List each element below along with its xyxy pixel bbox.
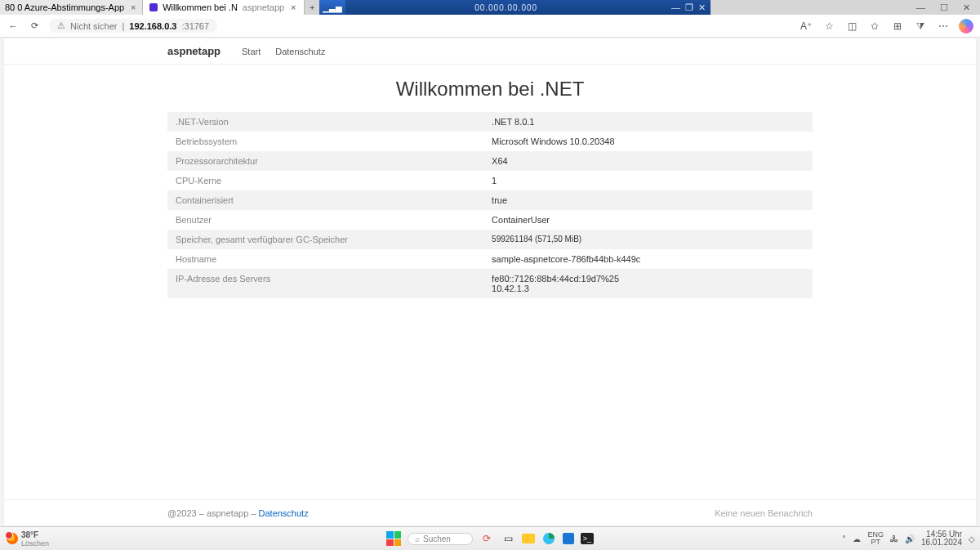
warning-icon: ⚠ (57, 20, 65, 31)
favorites-bar-icon[interactable]: ✩ (867, 20, 882, 32)
table-row: BenutzerContainerUser (167, 210, 813, 230)
remote-session-indicator: ▁▃▅ (319, 0, 345, 15)
remote-minimize-icon[interactable]: — (671, 2, 680, 12)
address-bar[interactable]: ⚠ Nicht sicher | 192.168.0.3:31767 (49, 19, 217, 33)
main-content: Willkommen bei .NET .NET-Version.NET 8.0… (4, 65, 976, 525)
row-key: Benutzer (167, 210, 483, 230)
browser-toolbar: ← ⟳ ⚠ Nicht sicher | 192.168.0.3:31767 A… (0, 15, 980, 38)
host-window-controls: — ☐ ✕ (710, 2, 980, 13)
footer-left: @2023 – aspnetapp – Datenschutz (167, 508, 309, 518)
address-separator: | (122, 21, 124, 31)
collections-icon[interactable]: ⊞ (890, 20, 905, 32)
remote-restore-icon[interactable]: ❐ (685, 2, 693, 13)
nav-link-start[interactable]: Start (242, 47, 261, 56)
back-button[interactable]: ← (7, 21, 20, 31)
edge-icon[interactable] (541, 531, 556, 546)
copilot-icon[interactable] (959, 19, 973, 34)
new-tab-button[interactable]: + (305, 2, 319, 12)
tray-volume-icon[interactable]: 🔊 (905, 534, 915, 543)
row-value: true (483, 190, 813, 210)
dotnet-favicon-icon (149, 3, 158, 11)
tray-onedrive-icon[interactable]: ☁ (853, 534, 861, 543)
row-key: CPU-Kerne (167, 171, 483, 190)
footer-sep: – (251, 508, 258, 518)
remote-window-controls: — ❐ ✕ (666, 0, 710, 15)
table-row: Hostnamesample-aspnetcore-786fb44bb-k449… (167, 249, 813, 269)
table-row: Containerisierttrue (167, 190, 813, 210)
row-value: ContainerUser (483, 210, 813, 230)
lang-2: PT (867, 539, 884, 546)
search-placeholder: Suchen (423, 534, 451, 543)
signal-icon: ▁▃▅ (323, 3, 342, 12)
start-button[interactable] (386, 531, 401, 546)
url-port: :31767 (181, 21, 209, 31)
table-row: IP-Adresse des Serversfe80::7126:88b4:44… (167, 269, 813, 298)
refresh-button[interactable]: ⟳ (28, 20, 41, 31)
favorite-icon[interactable]: ☆ (822, 20, 836, 32)
taskbar-clock[interactable]: 14:56 Uhr 16.01.2024 (921, 530, 962, 547)
taskbar-weather[interactable]: 38°F Löschen (0, 530, 56, 548)
weather-sub: Löschen (21, 539, 49, 548)
more-icon[interactable]: ⋯ (936, 20, 951, 32)
tab-2-close-icon[interactable]: × (289, 2, 297, 12)
task-view-icon[interactable]: ▭ (501, 531, 515, 546)
info-table: .NET-Version.NET 8.0.1BetriebssystemMicr… (167, 112, 813, 298)
tab-1-title: 80 0 Azure-Abstimmungs-App (5, 2, 124, 12)
row-key: Prozessorarchitektur (167, 151, 483, 171)
row-key: Speicher, gesamt verfügbarer GC-Speicher (167, 230, 483, 249)
remote-session-title: 00.000.00.000 (345, 0, 666, 15)
page-title: Willkommen bei .NET (167, 78, 813, 101)
insecure-label: Nicht sicher (70, 21, 117, 31)
host-maximize-icon[interactable]: ☐ (940, 2, 948, 13)
remote-close-icon[interactable]: ✕ (698, 2, 706, 13)
remote-ip: 00.000.00.000 (474, 3, 537, 12)
row-value: fe80::7126:88b4:44cd:19d7%2510.42.1.3 (483, 269, 813, 298)
host-close-icon[interactable]: ✕ (963, 2, 970, 13)
taskbar-search[interactable]: ⌕ Suchen (408, 533, 473, 545)
footer-right: Keine neuen Benachrich (715, 508, 813, 518)
site-navbar: aspnetapp Start Datenschutz (4, 38, 976, 65)
tab-1-close-icon[interactable]: × (129, 2, 137, 12)
row-key: Hostname (167, 249, 483, 269)
taskbar-app-1[interactable]: ⟳ (479, 531, 494, 546)
windows-taskbar: 38°F Löschen ⌕ Suchen ⟳ ▭ >_ ˄ ☁ ENG PT … (0, 526, 980, 550)
copyright: @2023 – (167, 508, 207, 518)
system-tray: ˄ ☁ ENG PT 🖧 🔊 14:56 Uhr 16.01.2024 ◇ (842, 530, 975, 547)
window-title-bar: 80 0 Azure-Abstimmungs-App × Willkommen … (0, 0, 980, 15)
file-explorer-icon[interactable] (522, 534, 535, 543)
table-row: ProzessorarchitekturX64 (167, 151, 813, 171)
site-footer: @2023 – aspnetapp – Datenschutz Keine ne… (4, 499, 976, 525)
language-indicator[interactable]: ENG PT (867, 531, 884, 546)
row-value: .NET 8.0.1 (483, 112, 813, 132)
row-key: Betriebssystem (167, 132, 483, 151)
store-icon[interactable] (563, 533, 574, 544)
row-value: sample-aspnetcore-786fb44bb-k449c (483, 249, 813, 269)
tab-2-title-suffix: aspnetapp (243, 2, 284, 12)
browser-tab-2-active[interactable]: Willkommen bei .N aspnetapp × (143, 0, 305, 15)
host-minimize-icon[interactable]: — (916, 2, 925, 13)
browser-tab-1[interactable]: 80 0 Azure-Abstimmungs-App × (0, 0, 143, 15)
split-screen-icon[interactable]: ◫ (844, 20, 859, 32)
tray-network-icon[interactable]: 🖧 (890, 534, 898, 543)
taskbar-center: ⌕ Suchen ⟳ ▭ >_ (386, 531, 594, 546)
nav-link-privacy[interactable]: Datenschutz (275, 47, 325, 56)
page-body: aspnetapp Start Datenschutz Willkommen b… (3, 38, 977, 526)
notifications-icon[interactable]: ◇ (969, 534, 975, 543)
tray-chevron-icon[interactable]: ˄ (842, 534, 846, 543)
read-aloud-icon[interactable]: A⁺ (799, 20, 813, 32)
terminal-icon[interactable]: >_ (581, 533, 594, 544)
brand[interactable]: aspnetapp (167, 45, 220, 57)
table-row: CPU-Kerne1 (167, 171, 813, 190)
weather-icon (7, 533, 18, 544)
table-row: .NET-Version.NET 8.0.1 (167, 112, 813, 132)
tab-2-title: Willkommen bei .N (163, 2, 238, 12)
row-value: X64 (483, 151, 813, 171)
clock-date: 16.01.2024 (921, 539, 962, 547)
url-host: 192.168.0.3 (129, 21, 176, 31)
table-row: BetriebssystemMicrosoft Windows 10.0.203… (167, 132, 813, 151)
extensions-icon[interactable]: ⧩ (913, 20, 928, 32)
weather-temp: 38°F (21, 530, 49, 539)
row-value: 1 (483, 171, 813, 190)
footer-privacy-link[interactable]: Datenschutz (259, 508, 309, 518)
row-value: Microsoft Windows 10.0.20348 (483, 132, 813, 151)
